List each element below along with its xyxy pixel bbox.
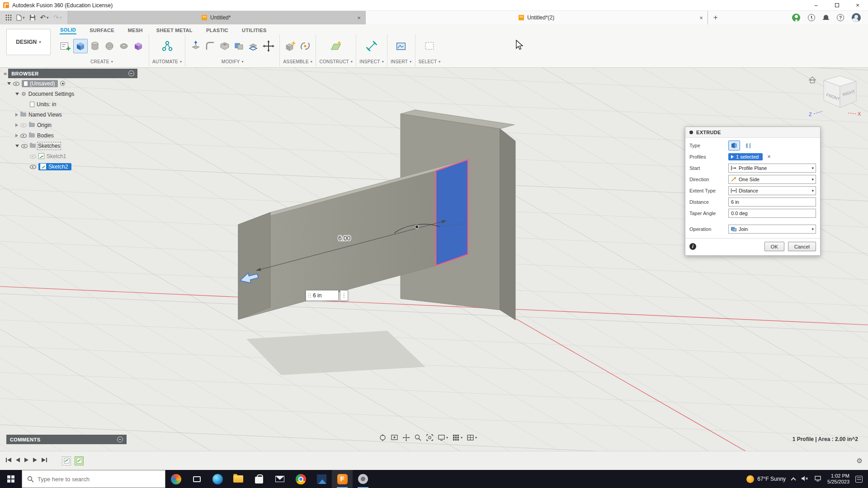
comments-header[interactable]: COMMENTS − xyxy=(6,435,127,444)
visibility-eye-icon[interactable] xyxy=(21,143,28,149)
group-label-inspect[interactable]: INSPECT xyxy=(359,59,380,64)
distance-value-input[interactable] xyxy=(313,292,336,299)
collapse-icon[interactable] xyxy=(15,113,18,117)
selected-sketch-chip[interactable]: Sketch2 xyxy=(38,163,71,170)
clear-selection-icon[interactable]: × xyxy=(767,153,771,160)
timeline-skip-start-button[interactable] xyxy=(5,457,12,464)
drag-grip-icon[interactable] xyxy=(308,293,311,298)
selected-profile-face[interactable] xyxy=(436,160,468,266)
timeline-feature-sketch2[interactable] xyxy=(75,456,84,465)
expand-icon[interactable] xyxy=(15,93,19,95)
taper-angle-input[interactable] xyxy=(728,209,816,218)
distance-input[interactable] xyxy=(728,197,816,206)
insert-canvas-icon[interactable] xyxy=(393,40,409,52)
extrude-dialog-header[interactable]: EXTRUDE xyxy=(685,127,820,138)
chrome-icon[interactable] xyxy=(290,470,311,488)
torus-primitive-icon[interactable] xyxy=(117,40,131,52)
browser-item-units[interactable]: Units: in xyxy=(4,99,137,109)
cancel-button[interactable]: Cancel xyxy=(788,242,816,251)
comments-minimize-icon[interactable]: − xyxy=(117,436,123,442)
select-tool-icon[interactable] xyxy=(422,40,437,52)
visibility-eye-icon[interactable] xyxy=(20,122,27,128)
widgets-icon[interactable] xyxy=(165,470,186,488)
browser-header[interactable]: BROWSER − xyxy=(8,69,137,78)
microsoft-store-icon[interactable] xyxy=(249,470,269,488)
offset-face-icon[interactable] xyxy=(246,40,261,52)
new-document-tab-button[interactable]: + xyxy=(708,11,723,24)
move-copy-icon[interactable] xyxy=(261,40,276,52)
photos-icon[interactable] xyxy=(311,470,332,488)
taskbar-search-box[interactable] xyxy=(22,470,165,488)
fit-icon[interactable] xyxy=(426,434,434,441)
browser-collapse-icon[interactable]: « xyxy=(4,70,7,77)
automate-icon[interactable] xyxy=(159,40,175,52)
group-label-automate[interactable]: AUTOMATE xyxy=(152,59,178,64)
browser-item-bodies[interactable]: Bodies xyxy=(4,130,137,141)
type-thin-extrude-button[interactable] xyxy=(743,141,755,150)
visibility-eye-icon[interactable] xyxy=(13,80,19,86)
save-button[interactable] xyxy=(29,14,36,21)
browser-minimize-icon[interactable]: − xyxy=(128,70,134,76)
sphere-primitive-icon[interactable] xyxy=(102,40,117,52)
tab-close-icon[interactable]: × xyxy=(357,14,361,21)
zoom-icon[interactable] xyxy=(414,434,422,441)
activate-component-radio[interactable] xyxy=(60,81,65,86)
browser-item-root[interactable]: (Unsaved) xyxy=(4,78,137,89)
visibility-eye-icon[interactable] xyxy=(20,132,27,138)
new-component-icon[interactable] xyxy=(283,40,298,52)
press-pull-icon[interactable] xyxy=(189,40,203,52)
expand-icon[interactable] xyxy=(7,82,11,85)
data-panel-grid-icon[interactable] xyxy=(5,14,12,21)
visibility-eye-icon[interactable] xyxy=(30,153,36,159)
action-center-icon[interactable] xyxy=(855,476,863,483)
weather-widget[interactable]: 67°F Sunny xyxy=(746,475,786,483)
workspace-switcher[interactable]: DESIGN ▾ xyxy=(6,29,51,55)
tab-surface[interactable]: SURFACE xyxy=(89,27,115,34)
timeline-feature-sketch1[interactable] xyxy=(62,456,71,465)
info-icon[interactable]: i xyxy=(689,243,696,250)
create-sketch-icon[interactable] xyxy=(58,40,73,52)
browser-item-sketch2[interactable]: Sketch2 xyxy=(4,161,137,172)
volume-icon[interactable] xyxy=(801,475,808,483)
profiles-selected-chip[interactable]: 1 selected xyxy=(728,153,763,160)
tray-overflow-chevron-icon[interactable] xyxy=(791,477,796,482)
tab-sheet-metal[interactable]: SHEET METAL xyxy=(156,27,193,34)
model-viewport[interactable]: 6.00 « BROWSER − xyxy=(0,68,868,451)
pan-icon[interactable] xyxy=(402,434,410,441)
extrude-beam-left-face[interactable] xyxy=(238,212,270,319)
extent-type-dropdown[interactable]: Distance ▾ xyxy=(728,186,816,195)
joint-icon[interactable] xyxy=(298,40,312,52)
search-input[interactable] xyxy=(38,476,146,483)
construct-plane-icon[interactable] xyxy=(328,40,344,52)
browser-item-named-views[interactable]: Named Views xyxy=(4,109,137,120)
group-label-select[interactable]: SELECT xyxy=(419,59,437,64)
file-explorer-icon[interactable] xyxy=(228,470,249,488)
browser-item-document-settings[interactable]: ⚙ Document Settings xyxy=(4,89,137,99)
combine-icon[interactable] xyxy=(232,40,246,52)
undo-button[interactable]: ↶ ▾ xyxy=(40,14,49,22)
visibility-eye-icon[interactable] xyxy=(30,164,36,169)
help-icon[interactable]: ? xyxy=(837,14,844,21)
orbit-icon[interactable] xyxy=(379,434,387,441)
home-icon[interactable] xyxy=(809,77,816,83)
task-view-icon[interactable] xyxy=(186,470,207,488)
timeline-play-button[interactable] xyxy=(24,457,29,464)
tab-solid[interactable]: SOLID xyxy=(60,26,76,34)
timeline-step-forward-button[interactable] xyxy=(33,457,38,464)
operation-dropdown[interactable]: Join ▾ xyxy=(728,225,816,234)
expand-icon[interactable] xyxy=(15,145,19,147)
dimension-options-menu-icon[interactable]: ⋮ xyxy=(340,290,348,301)
job-status-clock-icon[interactable] xyxy=(808,14,815,21)
network-icon[interactable] xyxy=(814,475,821,483)
browser-item-origin[interactable]: Origin xyxy=(4,120,137,130)
ok-button[interactable]: OK xyxy=(764,242,784,251)
group-label-insert[interactable]: INSERT xyxy=(391,59,408,64)
group-label-assemble[interactable]: ASSEMBLE xyxy=(283,59,309,64)
capture-app-icon[interactable] xyxy=(353,470,373,488)
cylinder-primitive-icon[interactable] xyxy=(88,40,102,52)
slab-right-face[interactable] xyxy=(500,129,515,320)
fusion360-taskbar-icon[interactable]: F xyxy=(332,470,353,488)
tab-mesh[interactable]: MESH xyxy=(127,27,143,34)
root-component-chip[interactable]: (Unsaved) xyxy=(22,80,58,87)
tab-plastic[interactable]: PLASTIC xyxy=(206,27,229,34)
